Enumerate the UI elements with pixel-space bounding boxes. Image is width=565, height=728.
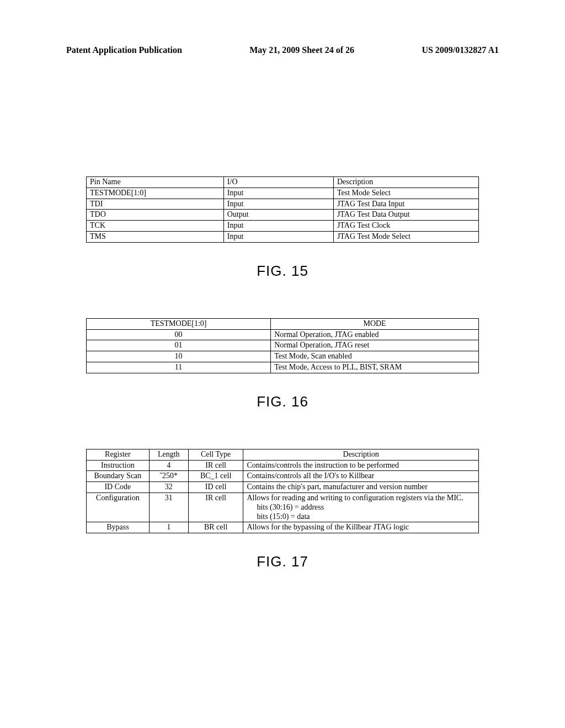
fig17-table: Register Length Cell Type Description In… bbox=[86, 449, 479, 533]
cell: 32 bbox=[149, 482, 188, 493]
cell: Boundary Scan bbox=[87, 471, 150, 482]
cell: Input bbox=[223, 221, 333, 232]
table-row: ID Code 32 ID cell Contains the chip's p… bbox=[87, 482, 479, 493]
fig15-label: FIG. 15 bbox=[86, 263, 479, 280]
cell: ˜250* bbox=[149, 471, 188, 482]
cell: Configuration bbox=[87, 493, 150, 522]
table-row: TESTMODE[1:0] Input Test Mode Select bbox=[87, 188, 479, 199]
cell: 11 bbox=[87, 362, 271, 373]
table-row: 10 Test Mode, Scan enabled bbox=[87, 351, 479, 362]
header-description: Description bbox=[243, 449, 479, 460]
table-row: Configuration 31 IR cell Allows for read… bbox=[87, 493, 479, 522]
cell: TMS bbox=[87, 231, 224, 242]
cell: BC_1 cell bbox=[188, 471, 243, 482]
cell: TDO bbox=[87, 210, 224, 221]
cell: Allows for the bypassing of the Killbear… bbox=[243, 522, 479, 533]
cell: Input bbox=[223, 188, 333, 199]
header-description: Description bbox=[333, 177, 478, 188]
table-row: Instruction 4 IR cell Contains/controls … bbox=[87, 460, 479, 471]
cell: ID cell bbox=[188, 482, 243, 493]
header-mode: MODE bbox=[271, 318, 479, 329]
cell: Contains the chip's part, manufacturer a… bbox=[243, 482, 479, 493]
header-register: Register bbox=[87, 449, 150, 460]
header-cell-type: Cell Type bbox=[188, 449, 243, 460]
cell: Contains/controls the instruction to be … bbox=[243, 460, 479, 471]
cell: Test Mode, Access to PLL, BIST, SRAM bbox=[271, 362, 479, 373]
table-row: TDI Input JTAG Test Data Input bbox=[87, 199, 479, 210]
cell: JTAG Test Mode Select bbox=[333, 231, 478, 242]
fig16-table: TESTMODE[1:0] MODE 00 Normal Operation, … bbox=[86, 318, 479, 373]
fig16-label: FIG. 16 bbox=[86, 393, 479, 410]
table-header-row: TESTMODE[1:0] MODE bbox=[87, 318, 479, 329]
table-row: 01 Normal Operation, JTAG reset bbox=[87, 340, 479, 351]
cell: 4 bbox=[149, 460, 188, 471]
cell: JTAG Test Data Output bbox=[333, 210, 478, 221]
table-row: TDO Output JTAG Test Data Output bbox=[87, 210, 479, 221]
cell: Test Mode Select bbox=[333, 188, 478, 199]
page-content: Pin Name I/O Description TESTMODE[1:0] I… bbox=[86, 176, 479, 570]
fig15-table: Pin Name I/O Description TESTMODE[1:0] I… bbox=[86, 176, 479, 243]
cell: 00 bbox=[87, 329, 271, 340]
cell: IR cell bbox=[188, 493, 243, 522]
page-header: Patent Application Publication May 21, 2… bbox=[0, 45, 565, 55]
desc-sub: bits (30:16) = address bbox=[247, 503, 475, 512]
header-testmode: TESTMODE[1:0] bbox=[87, 318, 271, 329]
table-row: TCK Input JTAG Test Clock bbox=[87, 221, 479, 232]
header-right: US 2009/0132827 A1 bbox=[422, 45, 499, 55]
cell: Normal Operation, JTAG reset bbox=[271, 340, 479, 351]
header-pin-name: Pin Name bbox=[87, 177, 224, 188]
cell: JTAG Test Data Input bbox=[333, 199, 478, 210]
cell: 01 bbox=[87, 340, 271, 351]
cell: Test Mode, Scan enabled bbox=[271, 351, 479, 362]
table-row: Boundary Scan ˜250* BC_1 cell Contains/c… bbox=[87, 471, 479, 482]
cell: 1 bbox=[149, 522, 188, 533]
header-io: I/O bbox=[223, 177, 333, 188]
cell: Input bbox=[223, 199, 333, 210]
cell: JTAG Test Clock bbox=[333, 221, 478, 232]
header-length: Length bbox=[149, 449, 188, 460]
header-left: Patent Application Publication bbox=[66, 45, 182, 55]
header-mid: May 21, 2009 Sheet 24 of 26 bbox=[249, 45, 354, 55]
cell: TDI bbox=[87, 199, 224, 210]
table-row: 11 Test Mode, Access to PLL, BIST, SRAM bbox=[87, 362, 479, 373]
fig17-label: FIG. 17 bbox=[86, 553, 479, 570]
cell: BR cell bbox=[188, 522, 243, 533]
cell: 31 bbox=[149, 493, 188, 522]
cell: Instruction bbox=[87, 460, 150, 471]
desc-line: Allows for reading and writing to config… bbox=[247, 494, 463, 502]
cell: Allows for reading and writing to config… bbox=[243, 493, 479, 522]
table-row: TMS Input JTAG Test Mode Select bbox=[87, 231, 479, 242]
cell: Input bbox=[223, 231, 333, 242]
table-header-row: Register Length Cell Type Description bbox=[87, 449, 479, 460]
desc-sub: bits (15:0) = data bbox=[247, 512, 475, 522]
table-header-row: Pin Name I/O Description bbox=[87, 177, 479, 188]
cell: 10 bbox=[87, 351, 271, 362]
cell: ID Code bbox=[87, 482, 150, 493]
cell: Contains/controls all the I/O's to Killb… bbox=[243, 471, 479, 482]
table-row: Bypass 1 BR cell Allows for the bypassin… bbox=[87, 522, 479, 533]
cell: Bypass bbox=[87, 522, 150, 533]
table-row: 00 Normal Operation, JTAG enabled bbox=[87, 329, 479, 340]
cell: TCK bbox=[87, 221, 224, 232]
cell: TESTMODE[1:0] bbox=[87, 188, 224, 199]
cell: Output bbox=[223, 210, 333, 221]
cell: IR cell bbox=[188, 460, 243, 471]
cell: Normal Operation, JTAG enabled bbox=[271, 329, 479, 340]
